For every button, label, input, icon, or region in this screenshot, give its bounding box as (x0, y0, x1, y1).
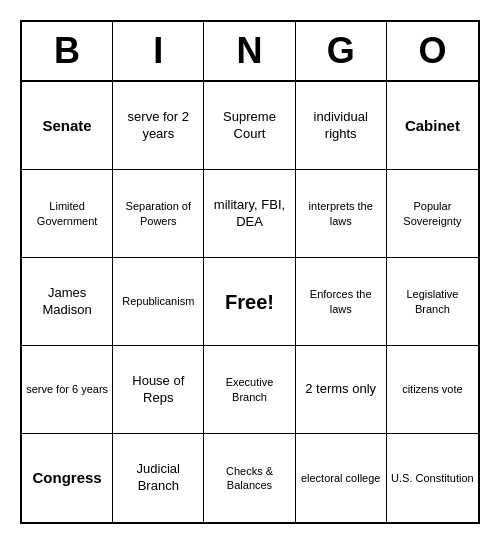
bingo-cell[interactable]: 2 terms only (296, 346, 387, 434)
bingo-cell[interactable]: Popular Sovereignty (387, 170, 478, 258)
bingo-cell[interactable]: Republicanism (113, 258, 204, 346)
bingo-cell[interactable]: serve for 6 years (22, 346, 113, 434)
bingo-cell[interactable]: interprets the laws (296, 170, 387, 258)
header-letter: G (296, 22, 387, 80)
bingo-cell[interactable]: citizens vote (387, 346, 478, 434)
header-letter: O (387, 22, 478, 80)
bingo-grid: Senateserve for 2 yearsSupreme Courtindi… (22, 82, 478, 522)
header-letter: N (204, 22, 295, 80)
bingo-cell[interactable]: House of Reps (113, 346, 204, 434)
bingo-cell[interactable]: electoral college (296, 434, 387, 522)
bingo-cell[interactable]: Free! (204, 258, 295, 346)
bingo-cell[interactable]: Limited Government (22, 170, 113, 258)
bingo-cell[interactable]: Separation of Powers (113, 170, 204, 258)
bingo-cell[interactable]: military, FBI, DEA (204, 170, 295, 258)
bingo-cell[interactable]: individual rights (296, 82, 387, 170)
bingo-card: BINGO Senateserve for 2 yearsSupreme Cou… (20, 20, 480, 524)
bingo-cell[interactable]: U.S. Constitution (387, 434, 478, 522)
bingo-header: BINGO (22, 22, 478, 82)
bingo-cell[interactable]: Judicial Branch (113, 434, 204, 522)
header-letter: I (113, 22, 204, 80)
bingo-cell[interactable]: Supreme Court (204, 82, 295, 170)
bingo-cell[interactable]: serve for 2 years (113, 82, 204, 170)
bingo-cell[interactable]: Checks & Balances (204, 434, 295, 522)
bingo-cell[interactable]: Enforces the laws (296, 258, 387, 346)
bingo-cell[interactable]: Executive Branch (204, 346, 295, 434)
header-letter: B (22, 22, 113, 80)
bingo-cell[interactable]: James Madison (22, 258, 113, 346)
bingo-cell[interactable]: Cabinet (387, 82, 478, 170)
bingo-cell[interactable]: Legislative Branch (387, 258, 478, 346)
bingo-cell[interactable]: Congress (22, 434, 113, 522)
bingo-cell[interactable]: Senate (22, 82, 113, 170)
